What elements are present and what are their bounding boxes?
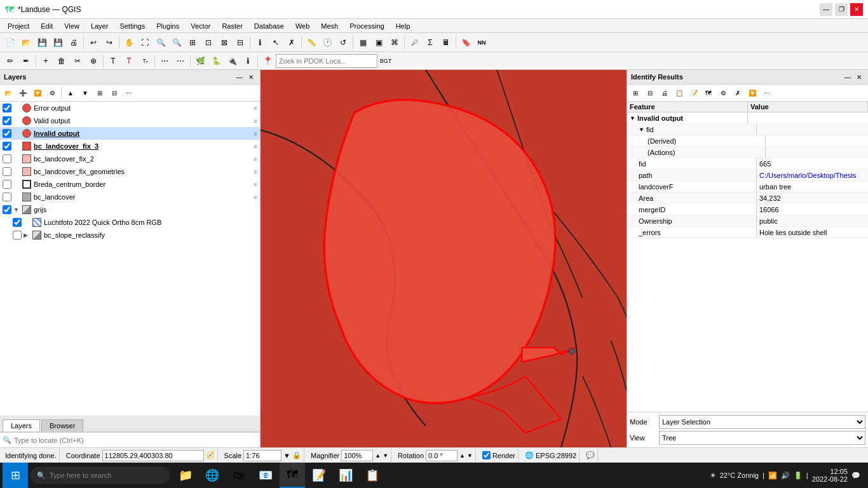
identify-settings-btn[interactable]: ⚙: [716, 86, 730, 100]
collapse-all-button[interactable]: ⊟: [643, 86, 657, 100]
label-button[interactable]: T: [105, 53, 121, 69]
menu-project[interactable]: Project: [3, 21, 34, 31]
identify-features-button[interactable]: 🔎: [407, 35, 422, 50]
new-project-button[interactable]: 📄: [3, 35, 18, 50]
layer-expand-bc-slope[interactable]: ▶: [24, 232, 32, 238]
menu-mesh[interactable]: Mesh: [316, 21, 343, 31]
select-button[interactable]: ↖: [268, 35, 283, 50]
layer-item-bc-slope[interactable]: ▶ bc_slope_reclassify: [0, 229, 260, 241]
undo-button[interactable]: ↩: [86, 35, 101, 50]
layer-more-button[interactable]: ⋯: [122, 86, 136, 100]
layer-item-error-output[interactable]: Error output ≡: [0, 102, 260, 114]
menu-view[interactable]: View: [59, 21, 85, 31]
zoom-in-button[interactable]: 🔍: [153, 35, 168, 50]
nn-join-button[interactable]: NN: [474, 35, 489, 50]
identify-row-path[interactable]: path C:/Users/marlo/Desktop/Thesis: [627, 170, 868, 181]
expand-all-button[interactable]: ⊞: [628, 86, 642, 100]
layer-down-button[interactable]: ▼: [78, 86, 92, 100]
menu-layer[interactable]: Layer: [86, 21, 114, 31]
plugin2-button[interactable]: ℹ: [240, 53, 255, 69]
mode-select[interactable]: Layer Selection Top Down All Layers: [659, 415, 865, 429]
identify-row-fid-group[interactable]: ▼ fid: [627, 124, 868, 135]
taskbar-search[interactable]: 🔍 Type here to search: [31, 466, 170, 484]
render-checkbox[interactable]: [482, 451, 491, 459]
select-features-button[interactable]: ▦: [355, 35, 370, 50]
measure-button[interactable]: 📏: [304, 35, 319, 50]
layer-checkbox-bc-slope[interactable]: [13, 231, 22, 240]
pan-button[interactable]: ✋: [121, 35, 137, 50]
minimize-button[interactable]: —: [820, 3, 832, 16]
zoom-layer-button[interactable]: ⊡: [201, 35, 216, 50]
identify-button[interactable]: ℹ: [252, 35, 268, 50]
layer-item-bc-fix-geom[interactable]: bc_landcover_fix_geometries ≡: [0, 165, 260, 178]
layer-expand-grijs[interactable]: ▼: [13, 207, 22, 213]
menu-web[interactable]: Web: [290, 21, 315, 31]
identify-cell-invalid-feature[interactable]: ▼ Invalid output: [627, 112, 748, 123]
identify-cell-fid-group-feature[interactable]: ▼ fid: [636, 124, 757, 135]
taskbar-app-files[interactable]: 📁: [173, 463, 198, 488]
identify-row-landcoverf[interactable]: landcoverF urban tree: [627, 181, 868, 193]
layer-item-valid-output[interactable]: Valid output ≡: [0, 114, 260, 127]
layer-checkbox-valid[interactable]: [3, 116, 11, 125]
identify-row-invalid-output[interactable]: ▼ Invalid output: [627, 112, 868, 124]
identify-row-derived[interactable]: (Derived): [627, 135, 868, 147]
view-select[interactable]: Tree Table Graph: [659, 431, 865, 445]
menu-database[interactable]: Database: [249, 21, 289, 31]
zoom-full-button[interactable]: ⊞: [185, 35, 200, 50]
notification-icon[interactable]: 💬: [851, 471, 860, 480]
scale-input[interactable]: [243, 450, 281, 461]
identify-row-ownership[interactable]: Ownership public: [627, 215, 868, 227]
open-project-button[interactable]: 📂: [18, 35, 34, 50]
taskbar-app-qgis[interactable]: 🗺: [280, 463, 305, 488]
more2-button[interactable]: ⋯: [173, 53, 188, 69]
magnifier-spin-up[interactable]: ▲: [375, 452, 381, 459]
identify-row-errors[interactable]: _errors Hole lies outside shell: [627, 227, 868, 238]
identify-more-btn[interactable]: ⋯: [760, 86, 774, 100]
layer-checkbox-breda[interactable]: [3, 180, 11, 189]
delete-button[interactable]: 🗑: [54, 53, 69, 69]
label-box-button[interactable]: Tᵣ: [137, 53, 153, 69]
layer-checkbox-bc-fix3[interactable]: [3, 142, 11, 151]
identify-minimize[interactable]: —: [843, 72, 853, 82]
layer-item-grijs[interactable]: ▼ grijs: [0, 203, 260, 216]
layer-filter-button[interactable]: 🔽: [31, 86, 44, 100]
identify-form-button[interactable]: 📝: [687, 86, 701, 100]
locate-search-input[interactable]: [14, 434, 257, 447]
layer-item-luchtfoto[interactable]: Luchtfoto 2022 Quick Ortho 8cm RGB: [0, 216, 260, 229]
zoom-selection-button[interactable]: ⊠: [217, 35, 232, 50]
epsg-section[interactable]: 🌐 EPSG:28992: [522, 448, 580, 463]
print-button[interactable]: 🖨: [66, 35, 81, 50]
rotation-input[interactable]: [426, 450, 458, 461]
layers-panel-close[interactable]: ✕: [246, 72, 256, 82]
layer-checkbox-invalid[interactable]: [3, 129, 11, 138]
split-button[interactable]: ✂: [70, 53, 85, 69]
field-calc-button[interactable]: 🖩: [438, 35, 454, 50]
identify-print-button[interactable]: 🖨: [658, 86, 672, 100]
layer-item-bc-landcover[interactable]: bc_landcover ≡: [0, 191, 260, 203]
pan-map-button[interactable]: ⛶: [137, 35, 153, 50]
taskbar-app-store[interactable]: 🛍: [226, 463, 252, 488]
merge-button[interactable]: ⊕: [86, 53, 101, 69]
zoom-out-button[interactable]: 🔍: [169, 35, 184, 50]
save-as-button[interactable]: 💾: [50, 35, 65, 50]
layer-item-bc-fix2[interactable]: bc_landcover_fix_2 ≡: [0, 152, 260, 165]
taskbar-app-ppt[interactable]: 📊: [333, 463, 358, 488]
tab-layers[interactable]: Layers: [3, 419, 40, 431]
layer-checkbox-grijs[interactable]: [3, 205, 11, 214]
close-button[interactable]: ✕: [850, 3, 863, 16]
message-log-section[interactable]: 💬: [583, 448, 598, 463]
deselect-button[interactable]: ✗: [284, 35, 299, 50]
menu-vector[interactable]: Vector: [186, 21, 215, 31]
magnifier-spin-dn[interactable]: ▼: [383, 452, 388, 459]
identify-row-actions[interactable]: (Actions): [627, 147, 868, 158]
add-point-button[interactable]: +: [38, 53, 53, 69]
menu-processing[interactable]: Processing: [344, 21, 389, 31]
locate-input[interactable]: [276, 54, 377, 68]
menu-settings[interactable]: Settings: [114, 21, 150, 31]
layer-item-bc-fix3[interactable]: bc_landcover_fix_3 ≡: [0, 140, 260, 152]
layer-checkbox-error[interactable]: [3, 104, 11, 112]
python-button[interactable]: 🐍: [208, 53, 224, 69]
layer-up-button[interactable]: ▲: [64, 86, 78, 100]
layer-checkbox-bc-fix2[interactable]: [3, 154, 11, 163]
refresh-button[interactable]: ↺: [336, 35, 351, 50]
